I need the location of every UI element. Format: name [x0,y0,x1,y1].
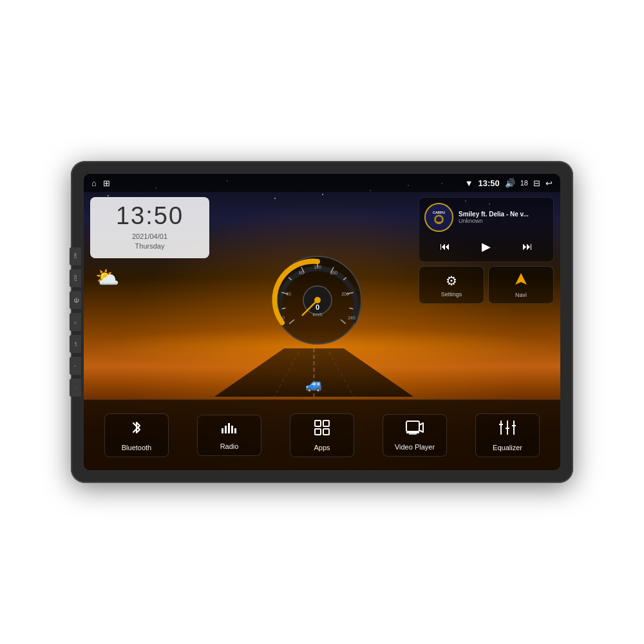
vol-down-button[interactable]: - [70,379,81,397]
svg-rect-39 [234,428,236,433]
vol-up-button[interactable]: + [70,357,81,375]
wifi-icon: ▼ [465,178,473,188]
next-button[interactable]: ⏭ [517,238,538,255]
music-controls: ⏮ ▶ ⏭ [424,237,548,256]
screen-icon: ⊟ [533,178,540,188]
settings-button[interactable]: ⚙ Settings [419,266,484,304]
control-buttons: ⚙ Settings Navi [419,266,554,304]
car-icon: 🚙 [305,377,323,392]
home-side-icon: ⌂ [73,319,79,325]
bluetooth-icon [128,419,145,440]
svg-rect-40 [315,421,321,426]
radio-label: Radio [220,442,239,450]
music-info: Smiley ft. Delia - Ne v... Unknown [459,211,548,224]
music-artist: Unknown [459,218,548,224]
status-bar-left: ⌂ ⊞ [91,178,110,188]
speedometer-svg: 0 40 80 120 160 200 240 [269,252,366,348]
mic-label: MIC [73,253,77,259]
weather-widget: ⛅ [90,262,209,292]
clock-date: 2021/04/01 Thursday [99,232,200,252]
center-panel: 0 40 80 120 160 200 240 [214,197,413,397]
vol-down-icon: - [73,387,77,388]
apps-label: Apps [314,444,330,451]
apps-icon [314,419,330,440]
music-title: Smiley ft. Delia - Ne v... [459,211,548,218]
play-button[interactable]: ▶ [477,237,496,256]
equalizer-button[interactable]: Equalizer [475,413,540,457]
car-head-unit: MIC RST ⏻ ⌂ ↩ + - [71,161,573,483]
equalizer-label: Equalizer [493,444,522,451]
road-scene: 🚙 [214,348,413,397]
bluetooth-label: Bluetooth [122,444,151,451]
svg-text:200: 200 [341,292,349,296]
svg-rect-37 [228,423,230,433]
home-icon[interactable]: ⌂ [91,178,97,188]
volume-level: 18 [520,179,528,187]
radio-icon [220,421,238,439]
left-panel: 13:50 2021/04/01 Thursday ⛅ [90,197,209,397]
rst-label: RST [73,275,77,281]
svg-rect-35 [222,428,223,433]
svg-text:40: 40 [286,292,291,296]
svg-point-31 [436,216,442,222]
navi-icon [514,272,528,289]
bluetooth-button[interactable]: Bluetooth [104,413,169,457]
svg-marker-34 [515,273,527,285]
weather-icon: ⛅ [95,266,119,289]
video-player-icon [406,420,424,439]
status-bar: ⌂ ⊞ ▼ 13:50 🔊 18 ⊟ ↩ [84,174,560,192]
equalizer-icon [498,419,516,440]
music-logo: CARFU [424,203,453,232]
side-button-panel: MIC RST ⏻ ⌂ ↩ + - [70,247,81,397]
video-player-button[interactable]: Video Player [383,414,447,457]
back-icon[interactable]: ↩ [545,178,553,188]
main-screen: ⌂ ⊞ ▼ 13:50 🔊 18 ⊟ ↩ 13:50 [84,174,560,470]
svg-text:0: 0 [315,303,319,311]
back-side-button[interactable]: ↩ [70,335,81,353]
svg-text:120: 120 [314,265,321,269]
settings-icon: ⚙ [446,273,457,289]
screen-bezel: ⌂ ⊞ ▼ 13:50 🔊 18 ⊟ ↩ 13:50 [84,174,560,470]
home-side-button[interactable]: ⌂ [70,313,81,331]
svg-text:CARFU: CARFU [433,211,445,214]
navi-label: Navi [515,292,527,298]
status-bar-right: ▼ 13:50 🔊 18 ⊟ ↩ [465,178,553,188]
svg-rect-42 [315,429,321,435]
svg-point-21 [314,297,321,303]
speedometer-widget: 0 40 80 120 160 200 240 [269,252,359,342]
radio-button[interactable]: Radio [197,415,261,456]
clock-time: 13:50 [99,204,200,228]
vol-up-icon: + [73,365,77,367]
svg-rect-32 [435,222,442,223]
clock-widget: 13:50 2021/04/01 Thursday [90,197,209,258]
music-top: CARFU Smiley ft. Delia - Ne v... [424,203,548,232]
prev-button[interactable]: ⏮ [435,238,455,255]
music-widget: CARFU Smiley ft. Delia - Ne v... [419,197,554,262]
navi-button[interactable]: Navi [488,266,554,304]
svg-text:80: 80 [299,270,304,275]
svg-rect-44 [406,421,419,431]
status-time: 13:50 [478,178,500,188]
settings-label: Settings [441,291,462,298]
svg-rect-38 [231,426,233,433]
apps-button[interactable]: Apps [290,413,354,457]
power-button[interactable]: ⏻ [70,291,81,309]
content-area: 13:50 2021/04/01 Thursday ⛅ [84,192,560,399]
svg-text:km/h: km/h [312,312,322,317]
svg-rect-43 [323,429,329,435]
svg-text:240: 240 [348,316,355,320]
rst-button[interactable]: RST [70,269,81,287]
back-side-icon: ↩ [73,342,79,346]
svg-rect-33 [437,223,440,223]
clock-day: Thursday [135,242,165,250]
bottom-bar: Bluetooth Radio [84,399,560,470]
power-icon: ⏻ [72,298,79,303]
clock-date-text: 2021/04/01 [132,232,167,240]
svg-rect-36 [225,426,227,433]
mic-button[interactable]: MIC [70,247,81,265]
svg-rect-41 [323,421,329,426]
svg-text:160: 160 [330,270,337,275]
menu-icon[interactable]: ⊞ [103,178,110,188]
svg-text:0: 0 [282,316,285,320]
video-player-label: Video Player [395,443,435,451]
